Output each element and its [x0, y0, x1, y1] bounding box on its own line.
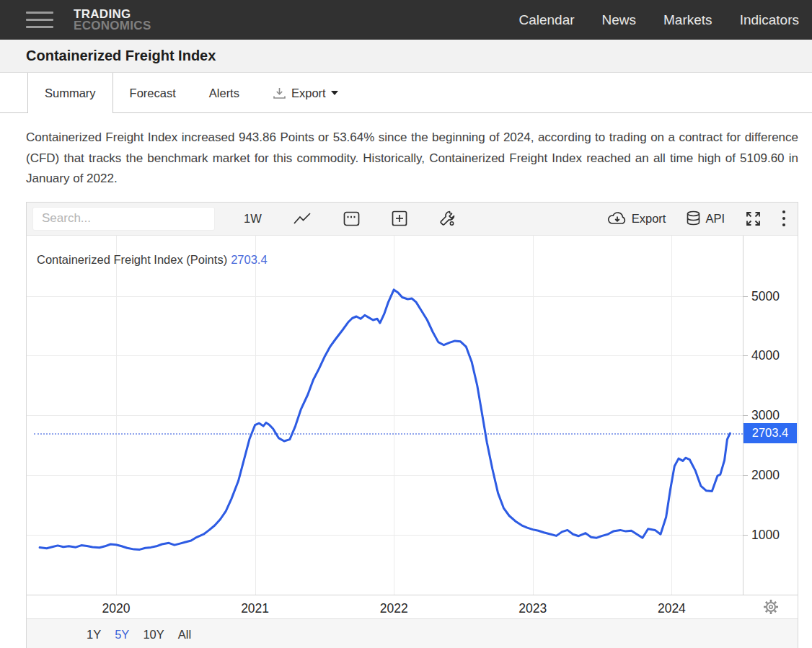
- price-line-chart: [27, 236, 798, 618]
- download-icon: [273, 87, 286, 99]
- range-10y[interactable]: 10Y: [143, 628, 164, 642]
- nav-item-markets[interactable]: Markets: [663, 12, 712, 28]
- search-input[interactable]: [32, 207, 215, 231]
- api-button[interactable]: API: [686, 210, 725, 226]
- logo-line2: ECONOMICS: [74, 20, 151, 32]
- hamburger-menu-icon[interactable]: [26, 12, 53, 28]
- title-bar: Containerized Freight Index: [0, 40, 812, 73]
- cloud-download-icon: [607, 211, 627, 226]
- current-value-badge: 2703.4: [743, 423, 797, 443]
- settings-wrench-icon[interactable]: [439, 210, 455, 226]
- tab-export[interactable]: Export: [256, 73, 355, 113]
- interval-label: 1W: [244, 212, 262, 226]
- tab-forecast[interactable]: Forecast: [113, 73, 193, 113]
- tab-spacer: [0, 73, 27, 113]
- chart-card: 1W: [26, 202, 798, 648]
- page-title: Containerized Freight Index: [26, 48, 216, 64]
- trading-economics-logo[interactable]: TRADING ECONOMICS: [74, 9, 151, 32]
- fullscreen-icon[interactable]: [745, 210, 762, 227]
- tab-bar: Summary Forecast Alerts Export: [0, 73, 812, 113]
- calendar-icon[interactable]: [343, 210, 360, 226]
- nav-item-news[interactable]: News: [602, 12, 637, 28]
- more-options-kebab-icon[interactable]: [782, 210, 786, 227]
- nav-item-calendar[interactable]: Calendar: [518, 12, 574, 28]
- api-label: API: [705, 212, 725, 226]
- nav-item-indicators[interactable]: Indicators: [740, 12, 799, 28]
- range-5y[interactable]: 5Y: [115, 628, 129, 642]
- export-button[interactable]: Export: [607, 211, 666, 226]
- tab-forecast-label: Forecast: [130, 86, 176, 100]
- freight-index-line: [40, 289, 730, 549]
- chart-type-line-icon[interactable]: [294, 213, 312, 225]
- interval-button[interactable]: 1W: [244, 212, 262, 226]
- tab-alerts-label: Alerts: [209, 86, 239, 100]
- tab-alerts[interactable]: Alerts: [193, 73, 256, 113]
- tab-export-label: Export: [291, 86, 326, 100]
- add-indicator-icon[interactable]: [392, 210, 407, 226]
- tab-summary[interactable]: Summary: [27, 73, 113, 113]
- range-1y[interactable]: 1Y: [87, 628, 101, 642]
- nav-links: Calendar News Markets Indicators: [518, 12, 799, 28]
- top-nav: TRADING ECONOMICS Calendar News Markets …: [0, 0, 812, 40]
- tab-summary-label: Summary: [45, 86, 96, 100]
- database-icon: [686, 210, 701, 226]
- summary-description: Containerized Freight Index increased 94…: [26, 128, 798, 190]
- caret-down-icon: [331, 91, 338, 95]
- export-label: Export: [632, 212, 666, 226]
- chart-plot-area[interactable]: Containerized Freight Index (Points)2703…: [27, 236, 798, 618]
- range-selector: 1Y 5Y 10Y All: [27, 618, 798, 648]
- range-all[interactable]: All: [178, 628, 191, 642]
- chart-toolbar: 1W: [27, 203, 798, 236]
